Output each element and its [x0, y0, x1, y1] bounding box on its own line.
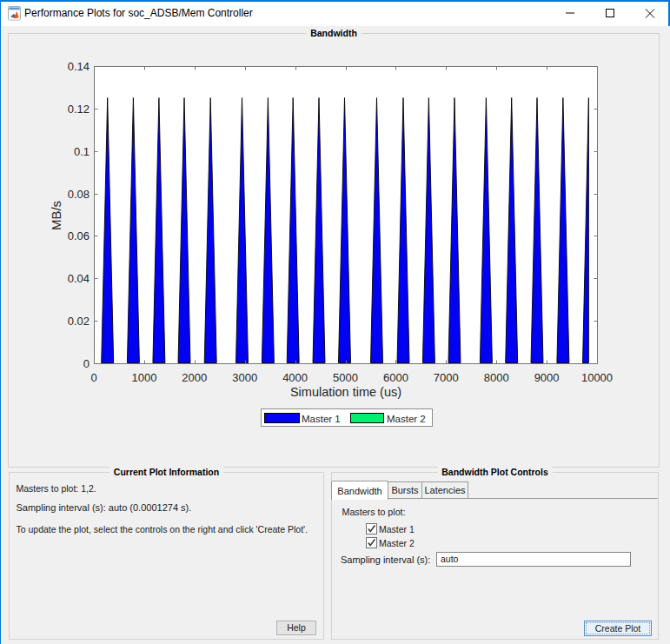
svg-text:Simulation time (us): Simulation time (us): [290, 385, 401, 399]
svg-text:1000: 1000: [131, 371, 156, 384]
svg-text:7000: 7000: [434, 371, 459, 384]
svg-text:3000: 3000: [232, 371, 257, 384]
svg-text:9000: 9000: [534, 371, 560, 384]
svg-text:0.04: 0.04: [68, 272, 90, 285]
svg-text:0: 0: [90, 371, 96, 384]
svg-text:10000: 10000: [581, 371, 613, 384]
svg-text:6000: 6000: [383, 371, 408, 384]
svg-text:Master 1: Master 1: [302, 414, 341, 424]
svg-text:0.14: 0.14: [68, 60, 90, 73]
svg-text:2000: 2000: [182, 371, 207, 384]
svg-text:0.08: 0.08: [68, 188, 90, 201]
svg-text:0.02: 0.02: [68, 315, 90, 328]
svg-text:0.1: 0.1: [74, 145, 90, 158]
svg-text:4000: 4000: [282, 371, 308, 384]
svg-text:0.12: 0.12: [68, 103, 90, 116]
svg-text:Master 2: Master 2: [387, 414, 426, 424]
svg-text:0: 0: [83, 357, 90, 370]
svg-text:0.06: 0.06: [68, 229, 90, 242]
svg-text:8000: 8000: [484, 371, 509, 384]
svg-text:MB/s: MB/s: [49, 201, 63, 230]
svg-text:5000: 5000: [333, 371, 358, 384]
